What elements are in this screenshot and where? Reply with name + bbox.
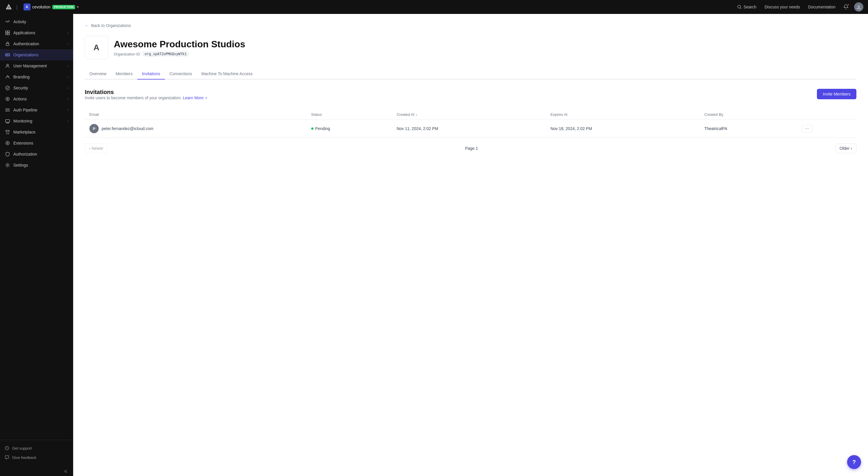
actions-icon xyxy=(5,96,10,102)
give-feedback-button[interactable]: Give feedback xyxy=(0,453,73,462)
sort-icon: ↓ xyxy=(416,112,418,117)
sidebar-item-organizations[interactable]: Organizations xyxy=(0,49,73,60)
chevron-right-icon: › xyxy=(67,86,68,90)
applications-icon xyxy=(5,30,10,36)
newer-button[interactable]: ‹ Newer xyxy=(85,144,108,153)
sidebar-item-user-management[interactable]: User Management › xyxy=(0,60,73,71)
sidebar-item-label: Branding xyxy=(13,74,64,79)
sidebar: Activity Applications › Authentication › xyxy=(0,14,73,476)
older-button[interactable]: Older › xyxy=(835,144,857,153)
feedback-icon xyxy=(5,455,9,460)
chevron-right-icon: › xyxy=(67,75,68,79)
svg-line-3 xyxy=(740,8,741,9)
page-indicator: Page 1 xyxy=(465,146,478,151)
tab-machine-access[interactable]: Machine To Machine Access xyxy=(197,68,257,80)
sidebar-item-branding[interactable]: Branding › xyxy=(0,71,73,83)
sidebar-item-label: Organizations xyxy=(13,53,68,57)
documentation-link[interactable]: Documentation xyxy=(806,3,838,10)
tab-overview[interactable]: Overview xyxy=(85,68,111,80)
learn-more-link[interactable]: Learn More ↗ xyxy=(183,95,207,100)
svg-rect-6 xyxy=(8,31,9,32)
chevron-down-icon: ▾ xyxy=(77,5,79,9)
invite-members-button[interactable]: Invite Members xyxy=(817,89,857,99)
sidebar-item-label: Actions xyxy=(13,97,64,101)
svg-point-14 xyxy=(7,64,8,66)
sidebar-item-label: Activity xyxy=(13,20,68,24)
svg-rect-8 xyxy=(8,33,9,35)
logo-icon xyxy=(5,3,13,11)
table-row: P peter.fernandez@icloud.com Pending xyxy=(85,120,857,137)
settings-icon xyxy=(5,162,10,168)
chevron-right-icon: › xyxy=(67,64,68,68)
section-title: Invitations xyxy=(85,89,207,95)
pipeline-icon xyxy=(5,107,10,113)
top-navigation: | A cevolution PRODUCTION ▾ Search Discu… xyxy=(0,0,868,14)
chevron-right-icon: › xyxy=(67,31,68,35)
section-title-group: Invitations Invite users to become membe… xyxy=(85,89,207,107)
notifications-button[interactable] xyxy=(841,2,850,11)
sidebar-item-actions[interactable]: Actions › xyxy=(0,93,73,104)
chevron-left-icon: ‹ xyxy=(89,146,91,151)
col-created-by: Created By xyxy=(700,109,797,120)
discuss-needs-link[interactable]: Discuss your needs xyxy=(762,3,802,10)
col-created-at[interactable]: Created At ↓ xyxy=(392,109,546,120)
sidebar-item-authorization[interactable]: Authorization xyxy=(0,149,73,160)
section-header: Invitations Invite users to become membe… xyxy=(85,89,857,107)
org-name: Awesome Production Studios xyxy=(114,39,245,50)
org-id-label: Organization ID xyxy=(114,52,140,56)
row-actions-button[interactable]: ··· xyxy=(802,125,812,132)
pagination: ‹ Newer Page 1 Older › xyxy=(85,144,857,153)
sidebar-collapse-button[interactable] xyxy=(0,467,73,476)
tab-connections[interactable]: Connections xyxy=(165,68,197,80)
invitations-section: Invitations Invite users to become membe… xyxy=(85,89,857,153)
get-support-button[interactable]: ? Get support xyxy=(0,444,73,453)
sidebar-item-authentication[interactable]: Authentication › xyxy=(0,38,73,49)
tab-members[interactable]: Members xyxy=(111,68,137,80)
sidebar-item-activity[interactable]: Activity xyxy=(0,16,73,27)
col-actions-header xyxy=(797,109,857,120)
tab-invitations[interactable]: Invitations xyxy=(137,68,165,80)
feedback-label: Give feedback xyxy=(12,455,36,460)
org-switcher[interactable]: A cevolution PRODUCTION ▾ xyxy=(21,2,81,11)
chevron-right-icon: › xyxy=(67,42,68,46)
sidebar-item-auth-pipeline[interactable]: Auth Pipeline › xyxy=(0,104,73,116)
created-by-cell: TheatricalPA xyxy=(700,120,797,137)
sidebar-item-marketplace[interactable]: Marketplace xyxy=(0,127,73,137)
org-logo-avatar: A xyxy=(85,36,108,59)
tabs: Overview Members Invitations Connections… xyxy=(85,68,857,80)
svg-rect-7 xyxy=(5,33,7,35)
search-label: Search xyxy=(743,5,756,9)
row-avatar: P xyxy=(89,124,99,133)
sidebar-nav: Activity Applications › Authentication › xyxy=(0,14,73,440)
security-icon xyxy=(5,85,10,91)
main-content: ← Back to Organizations A Awesome Produc… xyxy=(73,14,868,476)
sidebar-item-security[interactable]: Security › xyxy=(0,83,73,93)
chevron-right-icon: › xyxy=(67,108,68,112)
sidebar-item-label: Auth Pipeline xyxy=(13,108,64,112)
search-button[interactable]: Search xyxy=(735,3,758,10)
sidebar-item-applications[interactable]: Applications › xyxy=(0,27,73,38)
support-label: Get support xyxy=(12,446,32,450)
org-avatar-letter: A xyxy=(26,5,28,9)
svg-rect-17 xyxy=(5,120,9,122)
collapse-icon xyxy=(64,469,68,474)
sidebar-item-label: Applications xyxy=(13,30,64,35)
svg-point-21 xyxy=(6,133,7,134)
sidebar-item-settings[interactable]: Settings xyxy=(0,160,73,171)
org-avatar-letter: A xyxy=(93,43,99,52)
user-avatar[interactable] xyxy=(854,2,863,11)
sidebar-item-extensions[interactable]: Extensions xyxy=(0,137,73,149)
col-status: Status xyxy=(307,109,392,120)
marketplace-icon xyxy=(5,129,10,135)
status-dot xyxy=(311,127,313,130)
sidebar-item-monitoring[interactable]: Monitoring › xyxy=(0,116,73,127)
expires-at-cell: Nov 18, 2024, 2:02 PM xyxy=(546,120,700,137)
authorization-icon xyxy=(5,151,10,157)
table-body: P peter.fernandez@icloud.com Pending xyxy=(85,120,857,137)
help-button[interactable]: ? xyxy=(847,455,861,469)
organizations-icon xyxy=(5,52,10,58)
sidebar-item-label: User Management xyxy=(13,64,64,68)
back-to-organizations-link[interactable]: Back to Organizations xyxy=(91,23,131,28)
col-expires-at: Expires At xyxy=(546,109,700,120)
org-name: cevolution xyxy=(32,5,51,9)
